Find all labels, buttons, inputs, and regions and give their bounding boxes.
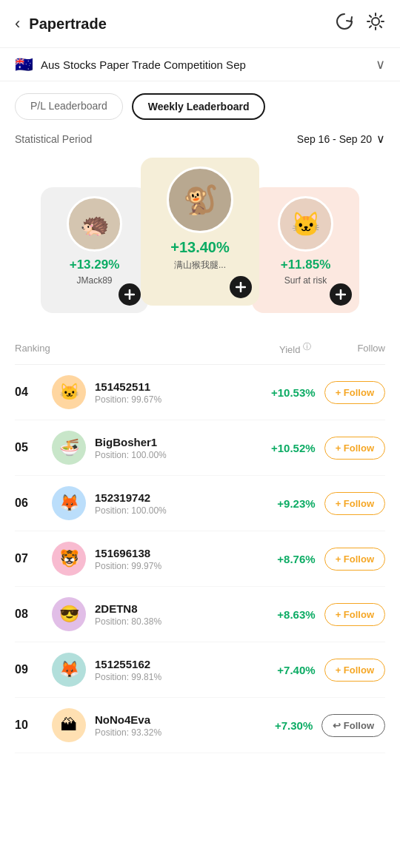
table-row: 08 😎 2DETN8 Position: 80.38% +8.63% + Fo… (15, 587, 385, 642)
avatar: 🐯 (52, 542, 86, 576)
competition-name: Aus Stocks Paper Trade Competition Sep (41, 58, 376, 71)
svg-point-0 (372, 18, 379, 25)
chevron-down-icon: ∨ (376, 56, 385, 73)
page-title: Papertrade (29, 16, 335, 33)
rank-label: 05 (15, 441, 52, 454)
podium-follow-btn-3rd[interactable] (330, 283, 352, 306)
yield-value: +7.30% (253, 719, 313, 732)
back-button[interactable]: ‹ (15, 14, 20, 33)
rank-label: 04 (15, 386, 52, 399)
yield-info-icon[interactable]: ⓘ (303, 342, 311, 351)
position-value: Position: 99.67% (95, 394, 256, 405)
tabs-container: P/L Leaderboard Weekly Leaderboard (0, 81, 400, 132)
user-info: 152319742 Position: 100.00% (95, 491, 256, 516)
rank-label: 08 (15, 608, 52, 621)
podium-yield-2nd: +13.29% (70, 258, 120, 272)
podium-card-1st: 🐒 +13.40% 满山猴我腿... (141, 158, 259, 306)
podium-item-3rd: 🐱 +11.85% Surf at risk (252, 187, 359, 313)
svg-line-6 (380, 26, 381, 27)
competition-selector[interactable]: 🇦🇺 Aus Stocks Paper Trade Competition Se… (0, 47, 400, 81)
podium-yield-1st: +13.40% (170, 239, 230, 256)
header: ‹ Papertrade (0, 0, 400, 47)
svg-line-7 (380, 16, 381, 17)
leaderboard-header: Ranking Yield ⓘ Follow (15, 335, 385, 365)
rank-label: 09 (15, 663, 52, 676)
username: 151452511 (95, 380, 256, 393)
stat-period-value: Sep 16 - Sep 20 (297, 133, 372, 145)
col-ranking: Ranking (15, 343, 52, 354)
podium-item-2nd: 🦔 +13.29% JMack89 (41, 187, 148, 313)
position-value: Position: 80.38% (95, 616, 256, 627)
yield-value: +8.63% (256, 608, 316, 621)
avatar-2nd: 🦔 (67, 196, 122, 252)
avatar-1st: 🐒 (167, 166, 233, 233)
username: BigBosher1 (95, 436, 256, 448)
light-icon[interactable] (366, 12, 385, 36)
avatar-3rd: 🐱 (278, 196, 333, 252)
stat-period-label: Statistical Period (15, 133, 297, 145)
avatar: 🦊 (52, 486, 86, 520)
user-info: 2DETN8 Position: 80.38% (95, 602, 256, 627)
podium-username-1st: 满山猴我腿... (174, 259, 226, 272)
podium-card-3rd: 🐱 +11.85% Surf at risk (252, 187, 359, 313)
podium-container: 🦔 +13.29% JMack89 🐒 +13.40% 满山猴我腿... 🐱 +… (0, 158, 400, 335)
user-info: BigBosher1 Position: 100.00% (95, 436, 256, 460)
stat-period-bar: Statistical Period Sep 16 - Sep 20 ∨ (0, 132, 400, 158)
position-value: Position: 100.00% (95, 505, 256, 516)
avatar: 🐱 (52, 375, 86, 409)
follow-button[interactable]: + Follow (324, 492, 385, 515)
table-row: 10 🏔 NoNo4Eva Position: 93.32% +7.30% ↩ … (15, 698, 385, 753)
avatar: 🏔 (52, 708, 86, 742)
username: 152319742 (95, 491, 256, 504)
podium-username-2nd: JMack89 (76, 275, 112, 286)
table-row: 09 🦊 151255162 Position: 99.81% +7.40% +… (15, 642, 385, 698)
tab-pl[interactable]: P/L Leaderboard (15, 93, 123, 120)
user-info: NoNo4Eva Position: 93.32% (95, 713, 253, 738)
rank-label: 06 (15, 497, 52, 510)
yield-value: +9.23% (256, 497, 316, 510)
position-value: Position: 99.97% (95, 561, 256, 571)
yield-value: +10.52% (256, 442, 316, 454)
follow-button[interactable]: + Follow (324, 603, 385, 626)
follow-button[interactable]: + Follow (324, 437, 385, 460)
username: 151255162 (95, 658, 256, 670)
position-value: Position: 100.00% (95, 450, 256, 460)
user-info: 151255162 Position: 99.81% (95, 658, 256, 682)
username: 2DETN8 (95, 602, 256, 615)
user-info: 151452511 Position: 99.67% (95, 380, 256, 405)
podium-item-1st: 🐒 +13.40% 满山猴我腿... (141, 158, 259, 306)
podium-follow-btn-2nd[interactable] (119, 283, 141, 306)
podium-card-2nd: 🦔 +13.29% JMack89 (41, 187, 148, 313)
user-info: 151696138 Position: 99.97% (95, 547, 256, 571)
avatar: 🦊 (52, 653, 86, 687)
avatar: 😎 (52, 597, 86, 631)
leaderboard-rows: 04 🐱 151452511 Position: 99.67% +10.53% … (15, 365, 385, 753)
yield-value: +7.40% (256, 664, 316, 676)
podium-username-3rd: Surf at risk (284, 275, 327, 286)
rank-label: 07 (15, 552, 52, 565)
position-value: Position: 99.81% (95, 672, 256, 682)
table-row: 06 🦊 152319742 Position: 100.00% +9.23% … (15, 476, 385, 531)
svg-line-5 (370, 16, 371, 17)
col-follow: Follow (311, 343, 385, 354)
podium-yield-3rd: +11.85% (281, 258, 331, 272)
follow-button[interactable]: ↩ Follow (321, 714, 385, 737)
table-row: 07 🐯 151696138 Position: 99.97% +8.76% +… (15, 531, 385, 587)
yield-value: +10.53% (256, 386, 316, 399)
tab-weekly[interactable]: Weekly Leaderboard (132, 93, 266, 120)
username: 151696138 (95, 547, 256, 559)
table-row: 05 🍜 BigBosher1 Position: 100.00% +10.52… (15, 420, 385, 476)
follow-button[interactable]: + Follow (324, 548, 385, 571)
table-row: 04 🐱 151452511 Position: 99.67% +10.53% … (15, 365, 385, 420)
leaderboard: Ranking Yield ⓘ Follow 04 🐱 151452511 Po… (0, 335, 400, 753)
follow-button[interactable]: + Follow (324, 659, 385, 682)
stat-period-chevron-icon[interactable]: ∨ (376, 132, 385, 146)
svg-line-8 (370, 26, 371, 27)
username: NoNo4Eva (95, 713, 253, 726)
follow-button[interactable]: + Follow (324, 381, 385, 404)
refresh-icon[interactable] (335, 12, 354, 36)
position-value: Position: 93.32% (95, 727, 253, 738)
yield-value: +8.76% (256, 553, 316, 565)
podium-follow-btn-1st[interactable] (230, 276, 252, 298)
avatar: 🍜 (52, 431, 86, 465)
